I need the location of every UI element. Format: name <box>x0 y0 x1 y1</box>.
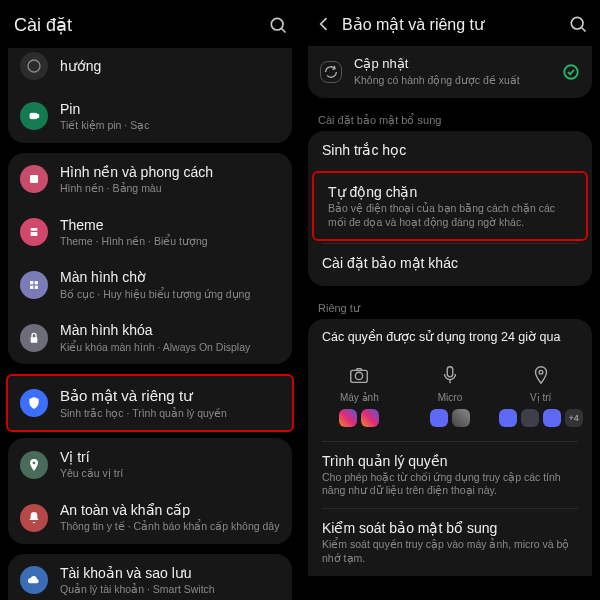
pin-icon <box>20 451 48 479</box>
svg-point-18 <box>539 370 543 374</box>
settings-row-accounts[interactable]: Tài khoản và sao lưuQuản lý tài khoản · … <box>8 554 292 600</box>
svg-point-11 <box>33 461 36 464</box>
row-additional-privacy[interactable]: Kiểm soát bảo mật bổ sung Kiểm soát quyề… <box>308 509 592 575</box>
settings-row-security-privacy[interactable]: Bảo mật và riêng tưSinh trắc học · Trình… <box>6 374 294 432</box>
svg-point-2 <box>28 60 40 72</box>
svg-rect-10 <box>31 337 38 342</box>
permissions-grid: Máy ảnh Micro Vị trí +4 <box>308 356 592 441</box>
app-chip <box>499 409 517 427</box>
app-chip <box>452 409 470 427</box>
update-icon <box>320 61 342 83</box>
wallpaper-icon <box>20 165 48 193</box>
row-biometrics[interactable]: Sinh trắc học <box>308 131 592 169</box>
row-permission-manager[interactable]: Trình quản lý quyền Cho phép hoặc từ chố… <box>308 442 592 508</box>
svg-point-16 <box>356 372 363 379</box>
settings-row-location[interactable]: Vị tríYêu cầu vị trí <box>8 438 292 491</box>
camera-icon <box>348 364 370 386</box>
shield-icon <box>20 389 48 417</box>
section-label-privacy: Riêng tư <box>300 296 600 319</box>
svg-rect-17 <box>447 366 453 376</box>
settings-row-home[interactable]: Màn hình chờBố cục · Huy hiệu biểu tượng… <box>8 258 292 311</box>
svg-rect-6 <box>30 281 33 284</box>
settings-group: hướng PinTiết kiệm pin · Sạc <box>8 48 292 143</box>
location-icon <box>530 364 552 386</box>
security-settings-group: Sinh trắc học Tự động chặn Bảo vệ điện t… <box>308 131 592 287</box>
app-chip <box>339 409 357 427</box>
settings-row-safety[interactable]: An toàn và khẩn cấpThông tin y tế · Cảnh… <box>8 491 292 544</box>
settings-group: Tài khoản và sao lưuQuản lý tài khoản · … <box>8 554 292 600</box>
svg-rect-7 <box>35 281 38 284</box>
update-card[interactable]: Cập nhậtKhông có hành động được đề xuất <box>308 46 592 98</box>
cloud-icon <box>20 566 48 594</box>
home-icon <box>20 271 48 299</box>
settings-group: Vị tríYêu cầu vị trí An toàn và khẩn cấp… <box>8 438 292 544</box>
security-privacy-pane: Bảo mật và riêng tư Cập nhậtKhông có hàn… <box>300 0 600 600</box>
svg-line-1 <box>282 29 286 33</box>
svg-rect-9 <box>35 286 38 289</box>
row-other-security[interactable]: Cài đặt bảo mật khác <box>308 244 592 282</box>
theme-icon <box>20 218 48 246</box>
perm-mic[interactable]: Micro <box>405 364 496 437</box>
settings-row-battery[interactable]: PinTiết kiệm pin · Sạc <box>8 90 292 143</box>
privacy-group: Các quyền được sử dụng trong 24 giờ qua … <box>308 319 592 575</box>
settings-header: Cài đặt <box>0 0 300 48</box>
svg-rect-8 <box>30 286 33 289</box>
settings-group: Hình nền và phong cáchHình nền · Bảng mà… <box>8 153 292 364</box>
svg-point-12 <box>571 17 583 29</box>
search-icon[interactable] <box>568 14 588 34</box>
check-icon <box>562 63 580 81</box>
app-chip <box>430 409 448 427</box>
svg-rect-3 <box>30 114 37 119</box>
more-apps-chip: +4 <box>565 409 583 427</box>
mic-icon <box>439 364 461 386</box>
settings-row-theme[interactable]: ThemeTheme · Hình nền · Biểu tượng <box>8 206 292 259</box>
app-chip <box>521 409 539 427</box>
svg-rect-5 <box>30 175 38 183</box>
perm-camera[interactable]: Máy ảnh <box>314 364 405 437</box>
detail-title: Bảo mật và riêng tư <box>342 15 560 34</box>
row-autoblock[interactable]: Tự động chặn Bảo vệ điện thoại của bạn b… <box>312 171 588 241</box>
compass-icon <box>20 52 48 80</box>
lock-icon <box>20 324 48 352</box>
svg-rect-4 <box>37 115 38 118</box>
battery-icon <box>20 102 48 130</box>
settings-title: Cài đặt <box>14 14 260 36</box>
detail-header: Bảo mật và riêng tư <box>300 0 600 46</box>
app-chip <box>361 409 379 427</box>
section-label-security: Cài đặt bảo mật bổ sung <box>300 108 600 131</box>
svg-point-0 <box>271 18 283 30</box>
back-icon[interactable] <box>314 14 334 34</box>
settings-row-directions[interactable]: hướng <box>8 48 292 90</box>
perm-location[interactable]: Vị trí +4 <box>495 364 586 437</box>
settings-row-lockscreen[interactable]: Màn hình khóaKiểu khóa màn hình · Always… <box>8 311 292 364</box>
bell-icon <box>20 504 48 532</box>
app-chip <box>543 409 561 427</box>
search-icon[interactable] <box>268 15 288 35</box>
settings-row-wallpaper[interactable]: Hình nền và phong cáchHình nền · Bảng mà… <box>8 153 292 206</box>
settings-pane: Cài đặt hướng PinTiết kiệm pin · Sạc Hìn… <box>0 0 300 600</box>
svg-line-13 <box>582 28 586 32</box>
row-permissions-24h[interactable]: Các quyền được sử dụng trong 24 giờ qua <box>308 319 592 355</box>
